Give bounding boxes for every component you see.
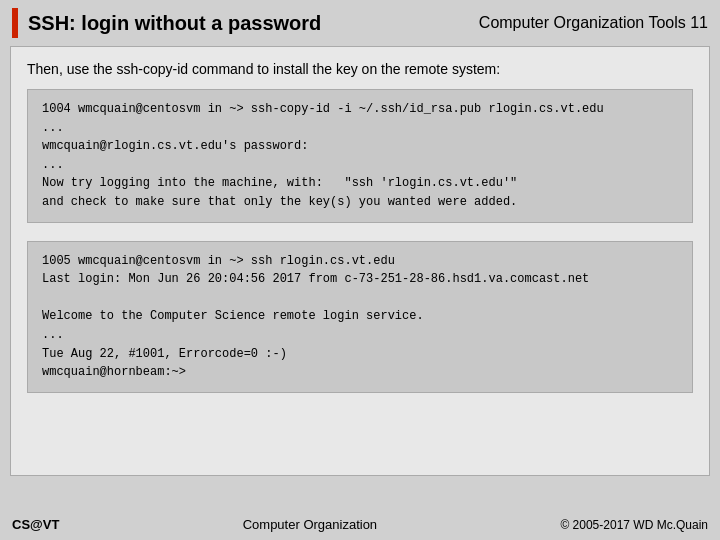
main-content: Then, use the ssh-copy-id command to ins…: [10, 46, 710, 476]
header: SSH: login without a password Computer O…: [0, 0, 720, 46]
header-accent: [12, 8, 18, 38]
footer-center: Computer Organization: [243, 517, 377, 532]
header-title: SSH: login without a password: [28, 12, 479, 35]
footer: CS@VT Computer Organization © 2005-2017 …: [0, 509, 720, 540]
footer-left: CS@VT: [12, 517, 59, 532]
code-block-2: 1005 wmcquain@centosvm in ~> ssh rlogin.…: [27, 241, 693, 393]
code-block-1: 1004 wmcquain@centosvm in ~> ssh-copy-id…: [27, 89, 693, 223]
footer-right: © 2005-2017 WD Mc.Quain: [560, 518, 708, 532]
header-right: Computer Organization Tools 11: [479, 14, 708, 32]
intro-text: Then, use the ssh-copy-id command to ins…: [27, 61, 693, 77]
